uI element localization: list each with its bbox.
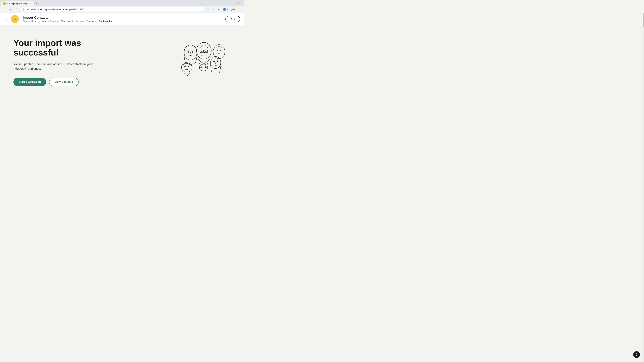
breadcrumb-sep-2: › <box>48 20 49 22</box>
tab-bar: M List Import | Mailchimp ✕ + <box>1 0 39 6</box>
action-buttons: Start a Campaign View Contacts <box>14 78 160 86</box>
minimize-button[interactable]: ─ <box>232 2 235 4</box>
new-tab-button[interactable]: + <box>34 1 39 6</box>
svg-point-42 <box>189 66 189 66</box>
svg-point-43 <box>197 75 198 75</box>
svg-point-12 <box>188 51 189 53</box>
address-actions: ☆ ⬇ ⊞ 👤 Incognito ⋮ <box>206 7 242 12</box>
svg-point-22 <box>200 47 200 48</box>
success-illustration <box>176 35 229 82</box>
success-heading: Your import was successful <box>14 38 160 57</box>
logo-area <box>11 15 19 23</box>
success-heading-line2: successful <box>14 48 58 57</box>
back-button[interactable]: ‹ <box>4 16 10 22</box>
address-bar-row: ‹ › ↻ 🔒 us21.admin.mailchimp.com/lists/m… <box>0 6 244 13</box>
incognito-label: Incognito <box>227 8 236 10</box>
svg-point-40 <box>188 66 189 67</box>
view-contacts-button[interactable]: View Contacts <box>49 78 79 86</box>
breadcrumb: Choose Method › Import › Organize › Tag … <box>23 20 112 22</box>
success-body-text: We've updated 1 contact and added 5 new … <box>14 62 104 71</box>
svg-point-44 <box>209 75 209 75</box>
svg-point-36 <box>214 61 214 61</box>
window-controls: ─ ❐ ✕ <box>232 2 243 4</box>
svg-point-23 <box>208 47 208 48</box>
success-heading-line1: Your import was <box>14 38 81 48</box>
forward-nav-button[interactable]: › <box>8 7 13 12</box>
mailchimp-logo-svg <box>12 16 18 22</box>
svg-point-21 <box>207 46 207 46</box>
svg-point-16 <box>196 42 211 59</box>
svg-point-9 <box>217 49 218 51</box>
bookmark-button[interactable]: ☆ <box>206 7 210 12</box>
svg-point-35 <box>217 60 218 62</box>
svg-point-41 <box>185 66 185 66</box>
svg-point-13 <box>192 51 193 53</box>
browser-chrome: M List Import | Mailchimp ✕ + ─ ❐ ✕ ‹ › … <box>0 0 244 13</box>
tab-favicon: M <box>3 2 6 5</box>
menu-button[interactable]: ⋮ <box>238 7 242 12</box>
start-campaign-button[interactable]: Start a Campaign <box>14 78 46 86</box>
app-header: ‹ Import Contacts Choose Method › Import <box>0 13 244 25</box>
exit-button[interactable]: Exit <box>226 16 240 22</box>
breadcrumb-match[interactable]: Match <box>68 20 73 22</box>
refresh-button[interactable]: ↻ <box>14 7 19 12</box>
download-button[interactable]: ⬇ <box>211 7 216 12</box>
address-field[interactable]: 🔒 us21.admin.mailchimp.com/lists/members… <box>20 7 204 12</box>
svg-point-37 <box>217 61 218 61</box>
lock-icon: 🔒 <box>22 8 25 10</box>
right-panel <box>174 35 231 82</box>
left-panel: Your import was successful We've updated… <box>14 35 160 86</box>
svg-point-32 <box>205 66 206 68</box>
svg-point-18 <box>202 45 203 46</box>
breadcrumb-import[interactable]: Import <box>41 20 47 22</box>
breadcrumb-sep-6: › <box>85 20 86 22</box>
svg-point-45 <box>194 44 194 44</box>
header-titles: Import Contacts Choose Method › Import ›… <box>23 15 112 22</box>
breadcrumb-consent[interactable]: Consent <box>76 20 84 22</box>
breadcrumb-complete[interactable]: Complete <box>87 20 96 22</box>
svg-point-39 <box>184 66 186 67</box>
breadcrumb-sep-1: › <box>39 20 40 22</box>
svg-point-14 <box>188 51 189 52</box>
svg-point-19 <box>204 45 204 45</box>
svg-point-28 <box>202 51 202 51</box>
browser-titlebar: M List Import | Mailchimp ✕ + ─ ❐ ✕ <box>0 0 244 6</box>
active-tab[interactable]: M List Import | Mailchimp ✕ <box>1 1 34 6</box>
breadcrumb-tag[interactable]: Tag <box>61 20 65 22</box>
mailchimp-logo <box>11 15 19 23</box>
maximize-button[interactable]: ❐ <box>236 2 239 4</box>
breadcrumb-confirmation[interactable]: Confirmation <box>99 20 112 22</box>
svg-point-17 <box>201 46 202 46</box>
incognito-badge: 👤 Incognito <box>222 7 237 11</box>
breadcrumb-sep-7: › <box>97 20 98 22</box>
page-title: Import Contacts <box>23 15 112 19</box>
breadcrumb-sep-5: › <box>74 20 75 22</box>
breadcrumb-sep-4: › <box>66 20 66 22</box>
extensions-button[interactable]: ⊞ <box>216 7 221 12</box>
svg-point-29 <box>206 51 206 51</box>
tab-close-button[interactable]: ✕ <box>29 2 32 5</box>
breadcrumb-organize[interactable]: Organize <box>50 20 59 22</box>
back-nav-button[interactable]: ‹ <box>2 7 7 12</box>
svg-point-20 <box>206 45 206 46</box>
close-window-button[interactable]: ✕ <box>240 2 243 4</box>
incognito-icon: 👤 <box>223 8 226 11</box>
address-text: us21.admin.mailchimp.com/lists/members/i… <box>26 8 84 10</box>
breadcrumb-sep-3: › <box>60 20 60 22</box>
breadcrumb-choose-method[interactable]: Choose Method <box>23 20 38 22</box>
svg-point-31 <box>202 66 202 68</box>
tab-title: List Import | Mailchimp <box>8 2 28 5</box>
svg-point-10 <box>220 49 221 51</box>
svg-point-34 <box>213 60 215 62</box>
main-content: Your import was successful We've updated… <box>0 25 244 122</box>
svg-point-15 <box>192 51 193 52</box>
